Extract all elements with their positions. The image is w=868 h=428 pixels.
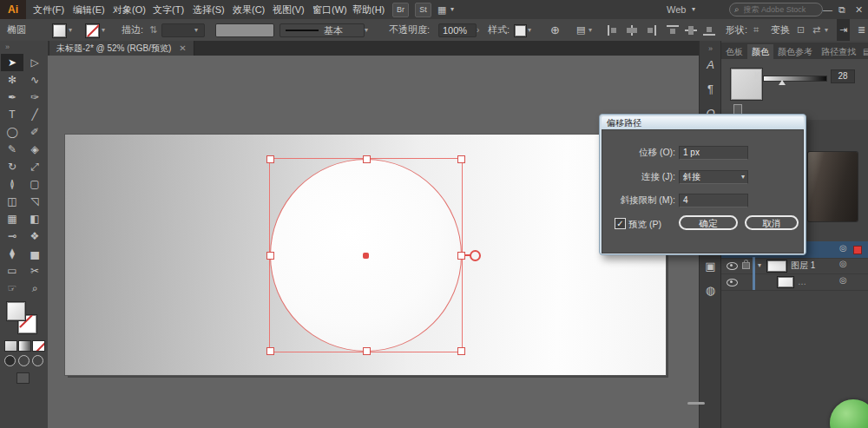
menu-type[interactable]: 文字(T) [149,0,187,19]
layer-name[interactable]: 图层 1 [791,257,815,273]
symbols-panel-icon[interactable]: ◍ [700,284,721,297]
brush-caret-icon[interactable]: ▾ [365,19,368,41]
document-tab-close-icon[interactable]: ✕ [179,43,186,53]
cancel-button[interactable]: 取消 [745,215,799,230]
gradient-tool[interactable]: ◧ [23,210,46,227]
workspace-switcher[interactable]: Web [667,0,686,19]
tab-color[interactable]: 颜色 [747,44,773,59]
offset-input[interactable]: 1 px [679,146,748,160]
handle-bottom-left[interactable] [266,347,274,355]
layer-row-1[interactable]: ▾ 图层 1 ◎ [721,257,868,274]
direct-selection-tool[interactable]: ▷ [23,54,46,71]
tab-pathfinder[interactable]: 路径查找 [817,44,860,59]
lasso-tool[interactable]: ∿ [23,71,46,89]
sublayer-name[interactable]: … [798,273,806,290]
slice-tool[interactable]: ✂ [23,262,46,280]
shape-builder-tool[interactable]: ◫ [1,193,23,210]
joins-select[interactable]: 斜接 ▾ [679,170,748,184]
artboard-tool[interactable]: ▭ [1,262,23,280]
align-bottom-button[interactable] [703,25,715,36]
bounds-icon[interactable]: ⊡ [797,19,805,41]
style-swatch[interactable] [514,24,527,37]
blend-tool[interactable]: ❖ [23,227,46,245]
screen-mode-button[interactable] [16,372,30,384]
perspective-grid-tool[interactable]: ◹ [23,193,46,210]
gradient-preview[interactable] [808,152,858,221]
menu-edit[interactable]: 编辑(E) [69,0,108,19]
paragraph-panel-icon[interactable]: ¶ [700,82,721,95]
publish-globe-icon[interactable]: ⊕ [550,19,560,41]
document-setup-caret-icon[interactable]: ▾ [589,19,592,41]
color-mode-button[interactable] [4,340,17,352]
symbol-sprayer-tool[interactable]: ⧫ [1,245,23,262]
target-icon[interactable]: ◎ [839,275,847,285]
visibility-eye-icon[interactable] [727,279,738,286]
target-icon[interactable]: ◎ [839,259,847,268]
mesh-tool[interactable]: ▦ [1,210,23,227]
handle-top-right[interactable] [457,155,465,163]
arrange-documents-icon[interactable]: ▦ [437,0,446,19]
menu-select[interactable]: 选择(S) [189,0,228,19]
stock-search[interactable]: ⌕ [729,3,823,16]
arrange-caret-icon[interactable]: ▾ [825,19,828,41]
eraser-tool[interactable]: ◈ [23,141,46,158]
stroke-weight-caret-icon[interactable]: ▾ [194,19,198,41]
dock-control-icon[interactable]: ⇥ [837,19,850,41]
draw-normal-button[interactable] [4,355,16,366]
align-left-button[interactable] [608,25,620,36]
type-tool[interactable]: T [1,106,23,123]
eyedropper-tool[interactable]: ⊸ [1,227,23,245]
align-hcenter-button[interactable] [626,25,638,36]
style-caret-icon[interactable]: ▾ [528,19,531,41]
menu-view[interactable]: 视图(V) [269,0,308,19]
stroke-weight-field[interactable] [161,23,205,37]
free-transform-tool[interactable]: ▢ [23,175,46,193]
curvature-tool[interactable]: ✑ [23,89,46,106]
paintbrush-tool[interactable]: ✐ [23,123,46,141]
menu-effect[interactable]: 效果(C) [229,0,268,19]
gradient-mode-button[interactable] [18,340,31,352]
opacity-chevron-icon[interactable]: › [477,19,479,41]
column-graph-tool[interactable]: ▅ [23,245,46,262]
minimize-button[interactable]: — [823,0,832,19]
handle-top-left[interactable] [266,155,274,163]
align-right-button[interactable] [644,25,656,36]
arrange-documents-caret-icon[interactable]: ▾ [450,0,454,19]
scale-tool[interactable]: ⤢ [23,158,46,175]
ok-button[interactable]: 确定 [679,215,738,230]
search-input[interactable] [742,4,812,15]
tab-color-guide[interactable]: 颜色参考 [773,44,817,59]
menu-window[interactable]: 窗口(W) [309,0,351,19]
bridge-button[interactable]: Br [392,3,409,17]
character-panel-icon[interactable]: A [700,58,721,71]
live-shape-widget[interactable] [470,250,481,261]
transform-link[interactable]: 变换 [771,19,790,41]
brush-definition-dropdown[interactable]: 基本 [279,23,365,37]
handle-bottom-right[interactable] [457,347,465,355]
fill-color-swatch[interactable] [6,301,26,321]
document-setup-icon[interactable]: ▤ [576,19,585,41]
target-icon[interactable]: ◎ [839,243,847,253]
width-profile-dropdown[interactable] [215,23,274,37]
k-value-field[interactable]: 28 [831,69,855,83]
fill-swatch[interactable] [52,23,67,38]
arrange-icon[interactable]: ⇄ [812,19,820,41]
align-vcenter-button[interactable] [685,25,697,36]
sublayer-row[interactable]: … ◎ [721,273,868,291]
menu-file[interactable]: 文件(F) [30,0,68,19]
sublayer-thumbnail[interactable] [777,276,794,288]
layer-thumbnail[interactable] [766,260,787,273]
restore-button[interactable]: ⧉ [838,0,845,19]
shape-options-icon[interactable]: ⌗ [753,19,759,41]
k-slider-thumb[interactable] [779,80,786,85]
rotate-tool[interactable]: ↻ [1,158,23,175]
stock-button[interactable]: St [415,3,431,17]
miter-input[interactable]: 4 [679,194,748,207]
control-bar-menu-icon[interactable]: ≣ [858,19,865,41]
lock-icon[interactable] [742,262,750,269]
menu-help[interactable]: 帮助(H) [349,0,388,19]
pen-tool[interactable]: ✒ [1,89,23,106]
panel-menu-icon[interactable]: ▤ [860,44,868,59]
handle-bottom-center[interactable] [363,347,371,355]
k-slider-track[interactable] [763,76,827,82]
